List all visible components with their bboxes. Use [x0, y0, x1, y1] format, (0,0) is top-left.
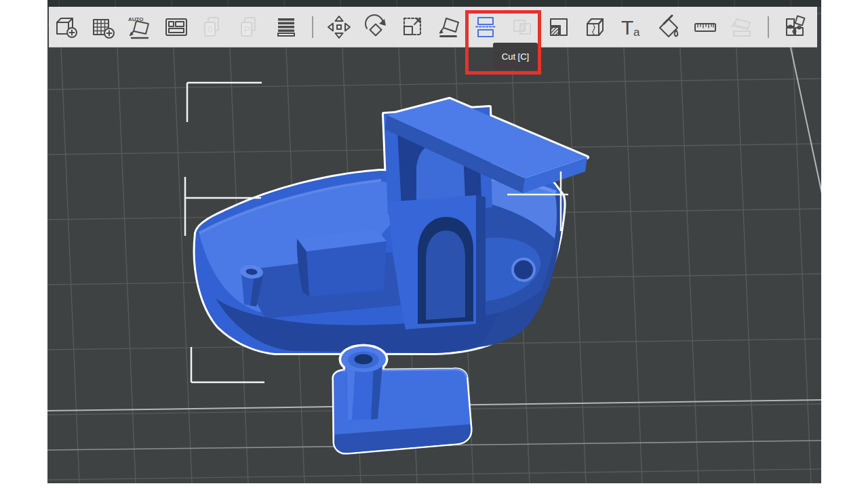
build-plate-scene	[47, 0, 821, 483]
add-object-button[interactable]	[53, 14, 80, 41]
arrange-button[interactable]	[163, 14, 190, 41]
measure-icon	[692, 14, 719, 41]
scale-button[interactable]	[399, 14, 426, 41]
rotate-button[interactable]	[362, 14, 389, 41]
variable-layer-height-icon	[273, 14, 300, 41]
viewport[interactable]: AUTO 0	[47, 0, 821, 483]
cut-tooltip-label: Cut [C]	[502, 52, 529, 62]
auto-orient-icon: AUTO	[126, 14, 153, 41]
add-object-icon	[53, 14, 80, 41]
auto-orient-button[interactable]: AUTO	[126, 14, 153, 41]
rotate-icon	[362, 14, 389, 41]
cut-button[interactable]	[472, 14, 499, 41]
color-painting-icon	[655, 14, 682, 41]
mesh-boolean-button	[509, 14, 536, 41]
cabin-wall	[388, 195, 486, 329]
assembly-view-icon	[781, 14, 808, 41]
split-to-objects-button: 0	[199, 14, 226, 41]
cut-tooltip: Cut [C]	[493, 43, 538, 70]
arrange-icon	[163, 14, 190, 41]
viewport-top-strip	[47, 0, 821, 7]
text-tool-icon: T a	[618, 14, 646, 41]
variable-layer-height-button[interactable]	[273, 14, 300, 41]
svg-text:a: a	[633, 26, 640, 39]
place-on-face-button[interactable]	[435, 14, 462, 41]
scale-icon	[399, 14, 426, 41]
split-to-objects-icon: 0	[199, 14, 226, 41]
porthole	[513, 259, 534, 281]
add-plate-icon	[90, 14, 117, 41]
seam-painting-button[interactable]	[582, 14, 609, 41]
add-plate-button[interactable]	[90, 14, 117, 41]
flatten-button	[728, 14, 755, 41]
color-painting-button[interactable]	[655, 14, 682, 41]
flatten-icon	[728, 14, 755, 41]
toolbar-separator	[768, 16, 769, 38]
chimney-part[interactable]	[334, 346, 471, 453]
split-to-parts-icon: P	[236, 14, 263, 41]
split-to-parts-button: P	[236, 14, 263, 41]
deck-box	[297, 229, 387, 297]
svg-text:P: P	[244, 24, 250, 35]
support-painting-icon	[545, 14, 572, 41]
support-painting-button[interactable]	[545, 14, 572, 41]
move-button[interactable]	[326, 14, 353, 41]
move-icon	[326, 14, 353, 41]
place-on-face-icon	[435, 14, 462, 41]
app-window: { "app": { "description": "3D slicer vie…	[0, 0, 868, 488]
cut-icon	[472, 14, 499, 41]
svg-text:T: T	[621, 16, 633, 39]
measure-button[interactable]	[692, 14, 719, 41]
assembly-view-button[interactable]	[781, 14, 808, 41]
seam-painting-icon	[582, 14, 609, 41]
benchy-model[interactable]	[195, 99, 587, 353]
text-tool-button[interactable]: T a	[618, 14, 646, 41]
toolbar-separator	[312, 16, 313, 38]
svg-text:0: 0	[208, 24, 212, 35]
mesh-boolean-icon	[509, 14, 536, 41]
main-toolbar: AUTO 0	[49, 7, 817, 47]
